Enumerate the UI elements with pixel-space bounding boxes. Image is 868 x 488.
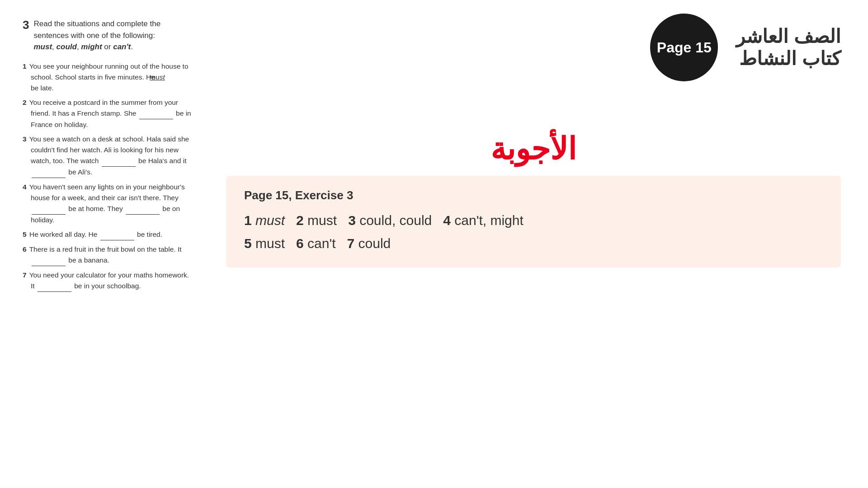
list-item: 1 You see your neighbour running out of …: [23, 61, 194, 94]
arabic-title-grade: الصف العاشر: [736, 25, 841, 47]
right-panel: Page 15 الصف العاشر كتاب النشاط الأجوبة …: [208, 0, 868, 488]
might-text: might: [81, 42, 102, 51]
item-num: 6: [23, 245, 27, 253]
item-num: 5: [23, 230, 27, 238]
answers-line-2: 5 must 6 can't 7 could: [244, 232, 823, 255]
item-num: 2: [23, 99, 27, 106]
ans-val-7: could: [359, 236, 391, 251]
page-badge-text: Page 15: [657, 39, 712, 56]
list-item: 2 You receive a postcard in the summer f…: [23, 97, 194, 130]
item-num: 7: [23, 271, 27, 279]
comma1: ,: [52, 42, 56, 51]
ans-val-5: must: [255, 236, 285, 251]
blank-6: [32, 255, 66, 266]
answers-section: الأجوبة Page 15, Exercise 3 1 must 2 mus…: [226, 131, 841, 267]
ans-val-6: can't: [307, 236, 335, 251]
answers-arabic-title: الأجوبة: [226, 131, 841, 167]
item-num: 4: [23, 183, 27, 191]
left-panel: 3 Read the situations and complete the s…: [0, 0, 208, 488]
ans-num-3: 3: [348, 213, 356, 228]
ans-num-1: 1: [244, 213, 252, 228]
top-right: Page 15 الصف العاشر كتاب النشاط: [650, 14, 841, 81]
ans-val-3: could, could: [359, 213, 432, 228]
exercise-instruction: Read the situations and complete the sen…: [33, 18, 194, 53]
could-text: could: [57, 42, 77, 51]
blank-3b: [32, 167, 66, 178]
list-item: 3 You see a watch on a desk at school. H…: [23, 134, 194, 178]
list-item: 4 You haven't seen any lights on in your…: [23, 182, 194, 225]
item-num: 1: [23, 62, 27, 70]
blank-4a: [32, 203, 66, 215]
page-badge: Page 15: [650, 14, 718, 81]
item-num: 3: [23, 135, 27, 143]
period: .: [131, 42, 133, 51]
list-item: 7 You need your calculator for your math…: [23, 270, 194, 292]
ans-val-4: can't, might: [454, 213, 523, 228]
arabic-title-book: كتاب النشاط: [736, 47, 841, 70]
cant-text: can't: [113, 42, 131, 51]
ans-num-4: 4: [443, 213, 451, 228]
list-item: 6 There is a red fruit in the fruit bowl…: [23, 244, 194, 266]
ans-num-5: 5: [244, 236, 252, 251]
modals-text: must: [33, 42, 52, 51]
blank-3a: [102, 155, 136, 167]
blank-5: [100, 229, 134, 240]
ans-val-1: must: [255, 213, 285, 228]
blank-1: must: [158, 72, 192, 83]
answers-box-header: Page 15, Exercise 3: [244, 188, 823, 202]
sentences-list: 1 You see your neighbour running out of …: [23, 61, 194, 292]
exercise-number: 3: [23, 18, 29, 32]
exercise-header: 3 Read the situations and complete the s…: [23, 18, 194, 53]
ans-val-2: must: [307, 213, 337, 228]
blank-7: [38, 281, 71, 292]
answers-line-1: 1 must 2 must 3 could, could 4 can't, mi…: [244, 209, 823, 232]
answers-box: Page 15, Exercise 3 1 must 2 must 3 coul…: [226, 176, 841, 267]
or-text: or: [102, 42, 113, 51]
ans-num-6: 6: [296, 236, 304, 251]
ans-num-7: 7: [347, 236, 355, 251]
blank-4b: [126, 203, 160, 215]
arabic-titles: الصف العاشر كتاب النشاط: [736, 25, 841, 70]
comma2: ,: [77, 42, 81, 51]
instruction-text: Read the situations and complete the sen…: [33, 19, 160, 51]
ans-num-2: 2: [296, 213, 304, 228]
list-item: 5 He worked all day. He be tired.: [23, 229, 194, 240]
blank-2: [139, 108, 173, 119]
